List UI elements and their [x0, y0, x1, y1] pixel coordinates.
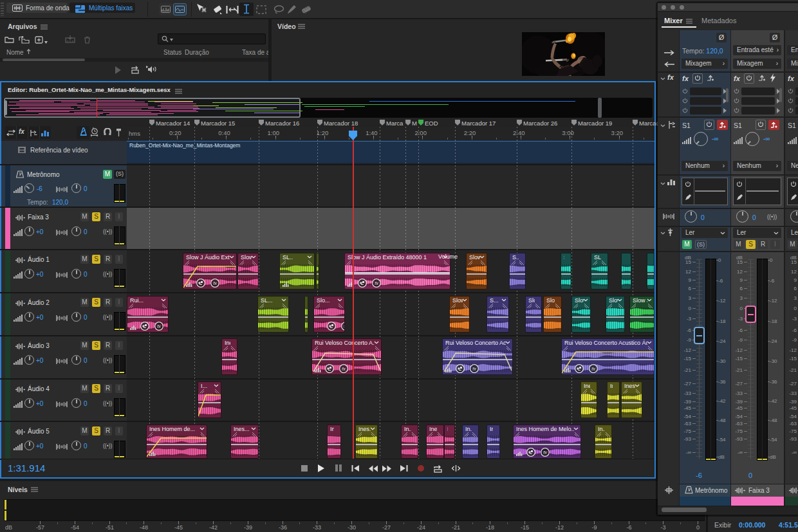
- svg-text:fx: fx: [342, 367, 346, 371]
- svg-text:fx: fx: [472, 367, 476, 371]
- svg-text:fx: fx: [157, 324, 161, 329]
- svg-text:fx: fx: [591, 367, 595, 371]
- svg-text:fx: fx: [213, 281, 217, 286]
- svg-text:fx: fx: [375, 281, 378, 286]
- svg-text:fx: fx: [543, 450, 547, 455]
- svg-text:fx: fx: [344, 324, 345, 329]
